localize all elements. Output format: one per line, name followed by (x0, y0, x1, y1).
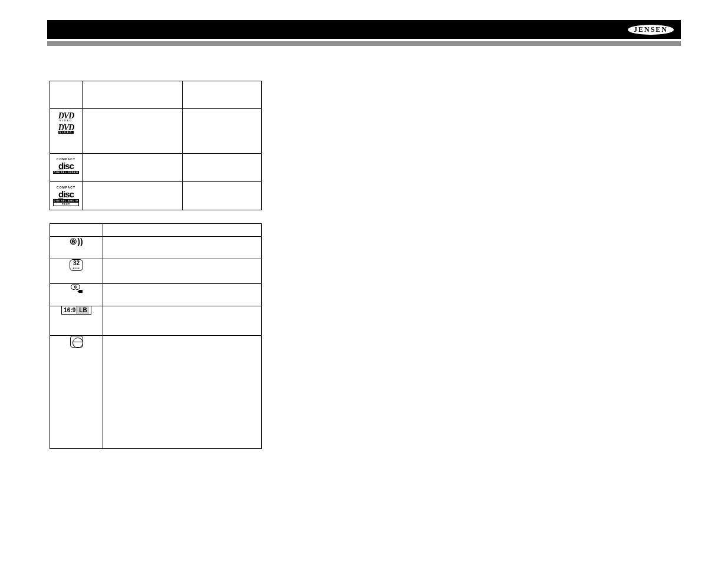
table-row: ⑧)) (50, 237, 262, 259)
disc-types-table: DVD VIDEO DVD VIDEO COMPACT disc (50, 81, 262, 210)
table-row: COMPACT disc DIGITAL AUDIO TEXT (50, 182, 262, 210)
t1-vcd-content (83, 154, 183, 182)
table-row (50, 336, 262, 449)
subtitles-count-icon: 32 ▪▪▪▪ (70, 259, 83, 271)
aspect-ratio-value: 16:9 (64, 307, 75, 313)
t1-head-size (183, 81, 262, 109)
t1-head-symbol (50, 81, 83, 109)
camera-angles-icon: 9 (71, 284, 83, 293)
jensen-logo: JENSEN (628, 25, 674, 35)
dvd-video-logo-inverse-icon: DVD VIDEO (58, 124, 74, 134)
subtitles-number: 32 (73, 260, 80, 266)
t2-head-symbol (50, 224, 103, 237)
dvd-video-logo-icon: DVD VIDEO (58, 113, 74, 122)
t2-head-meaning (103, 224, 262, 237)
t1-head-content (83, 81, 183, 109)
table-row: DVD VIDEO DVD VIDEO (50, 109, 262, 154)
voices-icon: ⑧)) (70, 237, 83, 246)
table-row: 32 ▪▪▪▪ (50, 259, 262, 284)
t2-subs-meaning (103, 259, 262, 284)
compact-disc-digital-video-icon: COMPACT disc DIGITAL VIDEO (53, 157, 79, 174)
t1-dvd-content (83, 109, 183, 154)
table-row: 16:9LB (50, 306, 262, 336)
page-content: DVD VIDEO DVD VIDEO COMPACT disc (50, 81, 262, 449)
t2-angles-meaning (103, 284, 262, 306)
region-code-all-icon (70, 336, 83, 348)
t1-cd-content (83, 182, 183, 210)
aspect-ratio-badge: LB (77, 306, 88, 314)
t2-voices-meaning (103, 237, 262, 259)
t1-cd-size (183, 182, 262, 210)
table-row: 9 (50, 284, 262, 306)
t1-vcd-size (183, 154, 262, 182)
subheader-bar (47, 41, 681, 46)
compact-disc-digital-audio-text-icon: COMPACT disc DIGITAL AUDIO TEXT (53, 186, 79, 206)
t2-aspect-meaning (103, 306, 262, 336)
table-row: COMPACT disc DIGITAL VIDEO (50, 154, 262, 182)
disc-properties-table: ⑧)) 32 ▪▪▪▪ 9 16:9LB (50, 223, 262, 449)
header-bar: JENSEN (47, 20, 681, 39)
t1-dvd-size (183, 109, 262, 154)
aspect-ratio-icon: 16:9LB (61, 306, 91, 315)
t2-region-meaning (103, 336, 262, 449)
